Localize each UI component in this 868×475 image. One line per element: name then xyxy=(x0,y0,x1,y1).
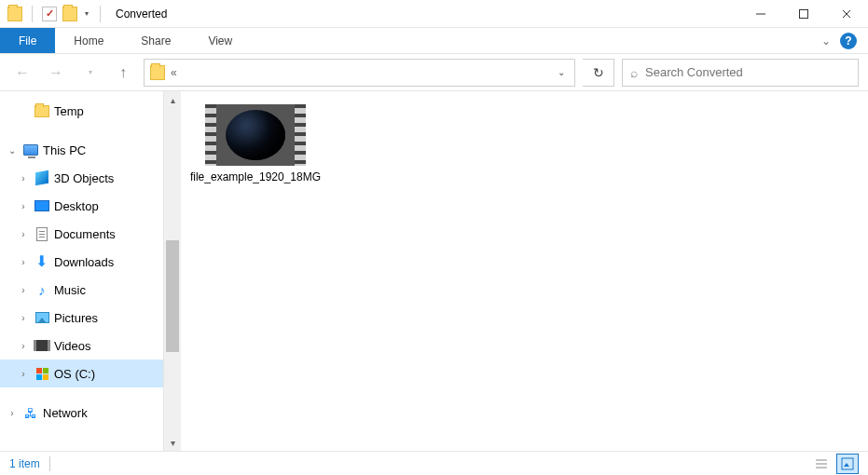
tree-item-3d-objects[interactable]: › 3D Objects xyxy=(0,164,163,192)
maximize-icon xyxy=(798,8,809,20)
tree-item-downloads[interactable]: › ⬇ Downloads xyxy=(0,248,163,276)
3d-objects-icon xyxy=(34,170,50,186)
svg-rect-1 xyxy=(800,9,808,18)
expander-icon[interactable]: › xyxy=(17,229,30,239)
up-button[interactable]: ↑ xyxy=(110,60,136,86)
app-folder-icon xyxy=(7,7,22,21)
body: Temp ⌄ This PC › 3D Objects › Desktop › … xyxy=(0,91,868,451)
expander-icon[interactable]: › xyxy=(17,369,30,379)
search-box[interactable]: ⌕ xyxy=(622,59,859,87)
tab-home[interactable]: Home xyxy=(55,28,122,53)
svg-rect-7 xyxy=(842,458,853,469)
refresh-button[interactable]: ↻ xyxy=(583,59,614,87)
thumbnails-view-icon xyxy=(841,457,854,470)
file-item[interactable]: file_example_1920_18MG xyxy=(200,104,311,184)
status-bar: 1 item xyxy=(0,451,868,475)
expander-icon[interactable]: › xyxy=(17,285,30,295)
tab-share[interactable]: Share xyxy=(122,28,189,53)
address-folder-icon xyxy=(150,65,165,80)
tree-item-network[interactable]: › 🖧 Network xyxy=(0,399,163,427)
tree-label: Documents xyxy=(54,227,116,241)
tree-label: Downloads xyxy=(54,255,114,269)
details-view-button[interactable] xyxy=(810,454,833,474)
expander-icon[interactable]: › xyxy=(17,313,30,323)
title-bar: ✓ ▾ Converted xyxy=(0,0,868,28)
tree-label: This PC xyxy=(43,143,86,157)
scroll-up-icon[interactable]: ▴ xyxy=(164,91,181,108)
expander-icon[interactable]: ⌄ xyxy=(6,145,19,156)
tree-item-videos[interactable]: › Videos xyxy=(0,332,163,360)
title-divider-2 xyxy=(100,6,101,22)
drive-icon xyxy=(34,365,50,382)
window-title: Converted xyxy=(116,7,167,20)
forward-button[interactable]: → xyxy=(43,60,69,86)
folder-icon xyxy=(34,102,50,119)
video-thumbnail xyxy=(205,104,306,166)
tree-item-temp[interactable]: Temp xyxy=(0,97,163,125)
documents-icon xyxy=(34,225,50,242)
pictures-icon xyxy=(34,309,50,326)
thumbnail-image xyxy=(226,110,285,160)
tree-label: 3D Objects xyxy=(54,171,114,185)
svg-marker-8 xyxy=(844,463,849,467)
title-bar-left: ✓ ▾ Converted xyxy=(0,6,167,22)
ribbon-expand-icon[interactable]: ⌄ xyxy=(821,34,831,48)
close-button[interactable] xyxy=(825,0,868,28)
navigation-pane: Temp ⌄ This PC › 3D Objects › Desktop › … xyxy=(0,91,164,451)
qat-properties-icon[interactable]: ✓ xyxy=(42,7,57,21)
minimize-icon xyxy=(755,8,766,20)
expander-icon[interactable]: › xyxy=(17,173,30,183)
tree-item-desktop[interactable]: › Desktop xyxy=(0,192,163,220)
downloads-icon: ⬇ xyxy=(34,253,50,270)
address-dropdown-icon[interactable]: ⌄ xyxy=(554,67,569,77)
qat-dropdown-icon[interactable]: ▾ xyxy=(83,9,90,18)
scroll-down-icon[interactable]: ▾ xyxy=(164,434,181,451)
filmstrip-icon xyxy=(295,104,306,166)
file-tab[interactable]: File xyxy=(0,28,55,53)
search-input[interactable] xyxy=(645,65,850,79)
qat-newfolder-icon[interactable] xyxy=(62,7,77,21)
nav-scrollbar[interactable]: ▴ ▾ xyxy=(164,91,181,451)
tree-item-documents[interactable]: › Documents xyxy=(0,220,163,248)
recent-locations-button[interactable]: ▾ xyxy=(76,60,103,86)
help-button[interactable]: ? xyxy=(840,33,857,49)
navigation-toolbar: ← → ▾ ↑ « ⌄ ↻ ⌕ xyxy=(0,54,868,91)
item-count: 1 item xyxy=(9,457,40,470)
ribbon: File Home Share View ⌄ ? xyxy=(0,28,868,54)
search-icon: ⌕ xyxy=(630,65,638,80)
pc-icon xyxy=(22,142,39,158)
status-separator xyxy=(49,456,50,471)
close-icon xyxy=(841,8,852,20)
filmstrip-icon xyxy=(205,104,216,166)
window-buttons xyxy=(739,0,868,28)
file-name-label: file_example_1920_18MG xyxy=(190,170,321,184)
tree-label: Videos xyxy=(54,339,91,353)
thumbnails-view-button[interactable] xyxy=(836,454,859,474)
network-icon: 🖧 xyxy=(22,404,39,421)
tab-view[interactable]: View xyxy=(189,28,251,53)
tree-label: Music xyxy=(54,283,86,297)
address-crumbs: « xyxy=(171,66,548,79)
file-list-pane[interactable]: file_example_1920_18MG xyxy=(181,91,868,451)
tree-label: Network xyxy=(43,406,88,420)
scroll-thumb[interactable] xyxy=(166,240,179,352)
tree-item-music[interactable]: › ♪ Music xyxy=(0,276,163,304)
videos-icon xyxy=(34,337,50,354)
details-view-icon xyxy=(815,457,828,470)
maximize-button[interactable] xyxy=(782,0,825,28)
back-button[interactable]: ← xyxy=(9,60,35,86)
minimize-button[interactable] xyxy=(739,0,782,28)
tree-label: Pictures xyxy=(54,311,98,325)
title-divider xyxy=(32,6,33,22)
address-bar[interactable]: « ⌄ xyxy=(144,59,575,87)
tree-item-os-c[interactable]: › OS (C:) xyxy=(0,360,163,387)
tree-label: Desktop xyxy=(54,199,99,213)
tree-item-pictures[interactable]: › Pictures xyxy=(0,304,163,332)
tree-item-this-pc[interactable]: ⌄ This PC xyxy=(0,136,163,164)
expander-icon[interactable]: › xyxy=(6,408,19,418)
expander-icon[interactable]: › xyxy=(17,201,30,211)
tree-label: Temp xyxy=(54,104,84,118)
expander-icon[interactable]: › xyxy=(17,257,30,267)
expander-icon[interactable]: › xyxy=(17,341,30,351)
tree-label: OS (C:) xyxy=(54,367,95,381)
